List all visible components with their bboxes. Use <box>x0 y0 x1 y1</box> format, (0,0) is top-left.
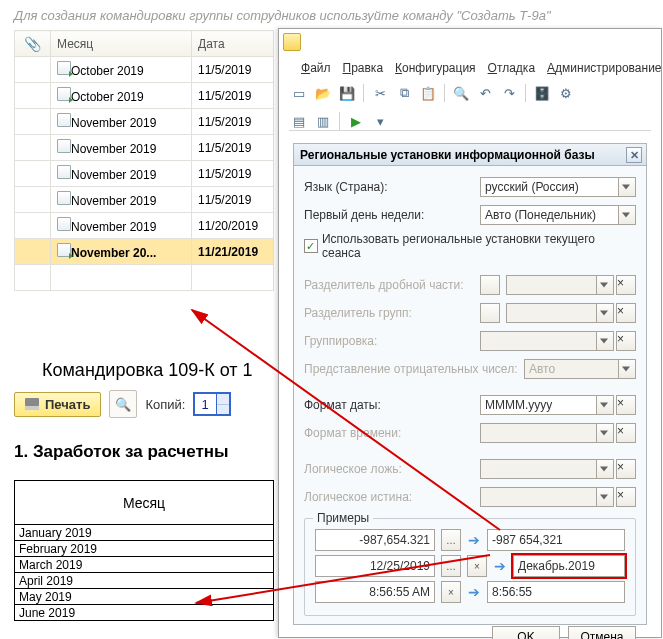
regional-settings-dialog: Региональные установки информационной ба… <box>293 143 647 625</box>
undo-icon[interactable]: ↶ <box>475 83 495 103</box>
ex-date-clear[interactable]: × <box>467 555 487 577</box>
table-row[interactable]: November 201911/5/2019 <box>15 187 274 213</box>
month-cell: November 20... <box>71 246 156 260</box>
dialog-title: Региональные установки информационной ба… <box>300 148 595 162</box>
cut-icon[interactable]: ✂ <box>370 83 390 103</box>
examples-legend: Примеры <box>313 511 373 525</box>
date-fmt-label: Формат даты: <box>304 398 480 412</box>
time-fmt-combo <box>480 423 614 443</box>
print-label: Печать <box>45 397 90 412</box>
table-row[interactable]: November 20...11/21/2019 <box>15 239 274 265</box>
date-cell: 11/5/2019 <box>192 135 274 161</box>
lang-combo[interactable]: русский (Россия) <box>480 177 636 197</box>
month-cell: November 2019 <box>71 220 156 234</box>
table-row[interactable]: November 201911/20/2019 <box>15 213 274 239</box>
document-icon <box>57 61 71 75</box>
dialog-title-bar: Региональные установки информационной ба… <box>294 144 646 166</box>
group-sep-sample <box>480 303 500 323</box>
date-cell: 11/21/2019 <box>192 239 274 265</box>
run-icon[interactable]: ▶ <box>346 111 366 131</box>
tool-a-icon[interactable]: ▤ <box>289 111 309 131</box>
menubar[interactable]: ФайлПравкаКонфигурацияОтладкаАдминистрир… <box>301 61 663 75</box>
open-icon[interactable]: 📂 <box>313 83 333 103</box>
config-icon[interactable]: ⚙ <box>556 83 576 103</box>
examples-fieldset: Примеры -987,654.321 … ➔ -987 654,321 12… <box>304 518 636 616</box>
arrow-icon: ➔ <box>467 532 481 548</box>
ex-time-left[interactable]: 8:56:55 AM <box>315 581 435 603</box>
copies-spinner[interactable]: 1 <box>193 392 231 416</box>
frac-sep-sample <box>480 275 500 295</box>
documents-grid[interactable]: 📎 Месяц Дата October 201911/5/2019Octobe… <box>14 30 274 291</box>
frac-sep-clear: × <box>616 275 636 295</box>
grouping-label: Группировка: <box>304 334 480 348</box>
log-false-combo <box>480 459 614 479</box>
table-row[interactable]: November 201911/5/2019 <box>15 161 274 187</box>
save-icon[interactable]: 💾 <box>337 83 357 103</box>
ex-date-pick[interactable]: … <box>441 555 461 577</box>
month-cell: November 2019 <box>71 194 156 208</box>
menu-item[interactable]: Отладка <box>488 61 535 75</box>
ok-button[interactable]: OK <box>492 626 560 639</box>
frac-sep-label: Разделитель дробной части: <box>304 278 480 292</box>
months-table: Месяц January 2019February 2019March 201… <box>14 480 274 621</box>
configurator-window: ФайлПравкаКонфигурацияОтладкаАдминистрир… <box>278 28 662 638</box>
find-icon[interactable]: 🔍 <box>451 83 471 103</box>
copies-label: Копий: <box>145 397 185 412</box>
menu-item[interactable]: Правка <box>343 61 384 75</box>
ex-num-right: -987 654,321 <box>487 529 625 551</box>
table-row[interactable]: October 201911/5/2019 <box>15 83 274 109</box>
date-cell: 11/5/2019 <box>192 187 274 213</box>
paste-icon[interactable]: 📋 <box>418 83 438 103</box>
tool-b-icon[interactable]: ▥ <box>313 111 333 131</box>
close-button[interactable]: ✕ <box>626 147 642 163</box>
table-row[interactable]: November 201911/5/2019 <box>15 135 274 161</box>
menu-item[interactable]: Конфигурация <box>395 61 476 75</box>
use-regional-checkbox[interactable]: ✓ <box>304 239 318 253</box>
main-toolbar[interactable]: ▭ 📂 💾 ✂ ⧉ 📋 🔍 ↶ ↷ 🗄️ ⚙ ▤ ▥ ▶ ▾ <box>289 79 651 131</box>
db-icon[interactable]: 🗄️ <box>532 83 552 103</box>
firstday-combo[interactable]: Авто (Понедельник) <box>480 205 636 225</box>
neg-repr-label: Представление отрицательных чисел: <box>304 362 524 376</box>
neg-repr-combo: Авто <box>524 359 636 379</box>
menu-item[interactable]: Администрирование <box>547 61 661 75</box>
menu-item[interactable]: Файл <box>301 61 331 75</box>
document-icon <box>57 191 71 205</box>
group-sep-combo <box>506 303 614 323</box>
cancel-button[interactable]: Отмена <box>568 626 636 639</box>
grouping-clear: × <box>616 331 636 351</box>
use-regional-label: Использовать региональные установки теку… <box>322 232 636 260</box>
new-icon[interactable]: ▭ <box>289 83 309 103</box>
months-row: January 2019 <box>15 525 274 541</box>
ex-time-clear[interactable]: × <box>441 581 461 603</box>
date-fmt-combo[interactable]: MMMM.yyyy <box>480 395 614 415</box>
frac-sep-combo <box>506 275 614 295</box>
date-cell: 11/5/2019 <box>192 83 274 109</box>
col-clip[interactable]: 📎 <box>15 31 51 57</box>
date-cell: 11/5/2019 <box>192 161 274 187</box>
document-icon <box>57 139 71 153</box>
ex-num-pick[interactable]: … <box>441 529 461 551</box>
months-row: April 2019 <box>15 573 274 589</box>
print-button[interactable]: Печать <box>14 392 101 417</box>
log-true-combo <box>480 487 614 507</box>
table-row[interactable]: November 201911/5/2019 <box>15 109 274 135</box>
col-date[interactable]: Дата <box>192 31 274 57</box>
ex-date-left[interactable]: 12/25/2019 <box>315 555 435 577</box>
doc-title: Командировка 109-К от 1 <box>42 360 253 381</box>
ex-date-right: Декабрь.2019 <box>513 555 625 577</box>
redo-icon[interactable]: ↷ <box>499 83 519 103</box>
month-cell: November 2019 <box>71 168 156 182</box>
months-header: Месяц <box>15 481 274 525</box>
run-opts-icon[interactable]: ▾ <box>370 111 390 131</box>
log-true-label: Логическое истина: <box>304 490 480 504</box>
col-month[interactable]: Месяц <box>51 31 192 57</box>
print-toolbar: Печать 🔍 Копий: 1 <box>14 390 231 418</box>
copy-icon[interactable]: ⧉ <box>394 83 414 103</box>
table-row[interactable]: October 201911/5/2019 <box>15 57 274 83</box>
date-fmt-clear[interactable]: × <box>616 395 636 415</box>
ex-num-left[interactable]: -987,654.321 <box>315 529 435 551</box>
document-icon <box>57 243 71 257</box>
log-false-label: Логическое ложь: <box>304 462 480 476</box>
date-cell: 11/5/2019 <box>192 109 274 135</box>
preview-button[interactable]: 🔍 <box>109 390 137 418</box>
